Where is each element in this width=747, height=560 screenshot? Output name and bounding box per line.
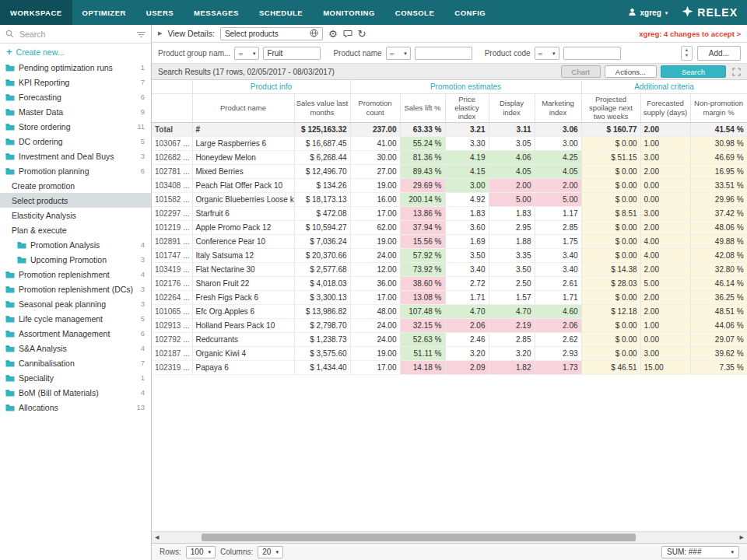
sidebar-item-create-promotion[interactable]: Create promotion <box>0 178 151 193</box>
sidebar-item-select-products[interactable]: Select products <box>0 193 151 208</box>
sidebar-item-bom-bill-of-materials[interactable]: BoM (Bill of Materials)4 <box>0 385 151 400</box>
sidebar-item-life-cycle-management[interactable]: Life cycle management5 <box>0 311 151 326</box>
column-header-lift[interactable]: Sales lift % <box>400 93 445 122</box>
collapse-arrow-icon[interactable]: ▶ <box>158 30 162 37</box>
scrollbar-thumb[interactable] <box>202 534 636 541</box>
filter-value-input[interactable] <box>415 47 472 60</box>
sidebar-item-forecasting[interactable]: Forecasting6 <box>0 89 151 104</box>
sidebar-item-master-data[interactable]: Master Data9 <box>0 104 151 119</box>
cell-lift: 14.18 % <box>400 360 445 374</box>
settings-gear-icon[interactable]: ⚙ <box>328 29 338 39</box>
create-new-link[interactable]: + Create new... <box>0 44 151 60</box>
nav-item-console[interactable]: CONSOLE <box>385 0 444 25</box>
table-row[interactable]: 102891 ...Conference Pear 10$ 7,036.2419… <box>152 234 747 248</box>
sum-select[interactable]: SUM: ### ▾ <box>661 546 739 558</box>
table-row[interactable]: 101065 ...Efc Org.Apples 6$ 13,986.8248.… <box>152 304 747 318</box>
sidebar-item-assortment-management[interactable]: Assortment Management6 <box>0 326 151 341</box>
table-row[interactable]: 102319 ...Papaya 6$ 1,434.4017.0014.18 %… <box>152 360 747 374</box>
view-selector[interactable]: Select products <box>220 27 323 40</box>
cell-supply: 2.00 <box>640 164 690 178</box>
scroll-right-icon[interactable]: ▶ <box>740 534 744 541</box>
filter-operator-select[interactable]: =▾ <box>234 47 259 60</box>
cell-supply: 0.00 <box>640 178 690 192</box>
search-input[interactable] <box>18 29 133 40</box>
filter-operator-select[interactable]: =▾ <box>386 47 411 60</box>
table-row[interactable]: 103419 ...Flat Nectarine 30$ 2,577.6812.… <box>152 262 747 276</box>
sidebar-item-plan-execute[interactable]: Plan & execute <box>0 222 151 237</box>
table-row[interactable]: 102913 ...Holland Pears Pack 10$ 2,798.7… <box>152 318 747 332</box>
table-row[interactable]: 101219 ...Apple Promo Pack 12$ 10,594.27… <box>152 220 747 234</box>
column-header-name[interactable]: Product name <box>192 93 294 122</box>
cell-margin: 48.06 % <box>690 220 747 234</box>
sidebar-item-s-a-analysis[interactable]: S&A Analysis4 <box>0 341 151 355</box>
sidebar-item-store-ordering[interactable]: Store ordering11 <box>0 119 151 134</box>
sidebar-item-label: Elasticity Analysis <box>12 211 141 220</box>
column-header-marketing[interactable]: Marketing index <box>535 93 581 122</box>
sidebar-item-elasticity-analysis[interactable]: Elasticity Analysis <box>0 208 151 222</box>
rows-select[interactable]: 100 ▾ <box>186 546 216 558</box>
table-row[interactable]: 103067 ...Large Raspberries 6$ 16,687.45… <box>152 136 747 150</box>
nav-item-config[interactable]: CONFIG <box>444 0 496 25</box>
nav-item-workspace[interactable]: WORKSPACE <box>0 0 72 25</box>
table-row[interactable]: 102187 ...Organic Kiwi 4$ 3,575.6019.005… <box>152 346 747 360</box>
sidebar-item-allocations[interactable]: Allocations13 <box>0 400 151 415</box>
sidebar-item-promotion-replenishment-dcs[interactable]: Promotion replenishment (DCs)3 <box>0 282 151 296</box>
sidebar-item-kpi-reporting[interactable]: KPI Reporting7 <box>0 75 151 89</box>
table-row[interactable]: 103408 ...Peach Flat Offer Pack 10$ 134.… <box>152 178 747 192</box>
table-row[interactable]: 101582 ...Organic Blueberries Loose kg$ … <box>152 192 747 206</box>
sidebar-item-upcoming-promotion[interactable]: Upcoming Promotion3 <box>0 252 151 267</box>
columns-select[interactable]: 20 ▾ <box>258 546 283 558</box>
fullscreen-icon[interactable] <box>732 68 741 76</box>
table-row[interactable]: 102792 ...Redcurrants$ 1,238.7324.0052.6… <box>152 332 747 346</box>
table-row[interactable]: 102781 ...Mixed Berries$ 12,496.7027.008… <box>152 164 747 178</box>
actions-button[interactable]: Actions... <box>605 65 657 78</box>
column-header-margin[interactable]: Non-promotion margin % <box>690 93 747 122</box>
sidebar-item-dc-ordering[interactable]: DC ordering5 <box>0 134 151 149</box>
filter-value-input[interactable] <box>563 47 621 60</box>
sidebar-item-seasonal-peak-planning[interactable]: Seasonal peak planning3 <box>0 296 151 311</box>
filter-operator-select[interactable]: =▾ <box>535 47 559 60</box>
column-header-price[interactable]: Price elasticy index <box>445 93 489 122</box>
column-header-sales[interactable]: Sales value last months <box>294 93 350 122</box>
folder-icon <box>5 79 15 86</box>
cell-lift: 51.11 % <box>400 346 445 360</box>
table-row[interactable]: 102264 ...Fresh Figs Pack 6$ 3,300.1317.… <box>152 290 747 304</box>
column-header-count[interactable]: Promotion count <box>350 93 400 122</box>
sidebar-item-promotion-planning[interactable]: Promotion planning6 <box>0 163 151 178</box>
scroll-left-icon[interactable]: ◀ <box>155 534 159 541</box>
filter-spinner[interactable]: ▲▼ <box>681 46 693 61</box>
column-header-display[interactable]: Display index <box>489 93 535 122</box>
table-row[interactable]: 102176 ...Sharon Fruit 22$ 4,018.0336.00… <box>152 276 747 290</box>
table-row[interactable]: 102297 ...Starfruit 6$ 472.0817.0013.86 … <box>152 206 747 220</box>
sidebar-item-promotion-analysis[interactable]: Promotion Analysis4 <box>0 237 151 252</box>
column-header-code[interactable] <box>152 93 192 122</box>
search-button[interactable]: Search <box>661 65 726 78</box>
column-header-spoilage[interactable]: Projected spoilage next two weeks <box>581 93 640 122</box>
filter-value-input[interactable] <box>263 47 321 60</box>
sidebar-item-investment-and-deal-buys[interactable]: Investment and Deal Buys3 <box>0 149 151 163</box>
changes-to-accept-link[interactable]: xgreg: 4 changes to accept > <box>639 30 741 38</box>
nav-item-users[interactable]: USERS <box>136 0 184 25</box>
table-row[interactable]: 101747 ...Italy Satsuma 12$ 20,370.6624.… <box>152 248 747 262</box>
horizontal-scrollbar[interactable]: ◀ ▶ <box>152 531 747 543</box>
column-header-supply[interactable]: Forecasted supply (days) <box>640 93 690 122</box>
sidebar-item-promotion-replenishment[interactable]: Promotion replenishment4 <box>0 267 151 282</box>
total-row[interactable]: Total#$ 125,163.32237.0063.33 %3.213.113… <box>152 122 747 136</box>
sidebar-item-count: 9 <box>141 107 145 116</box>
sidebar-item-speciality[interactable]: Speciality1 <box>0 370 151 385</box>
sidebar-item-cannibalisation[interactable]: Cannibalisation7 <box>0 355 151 370</box>
table-row[interactable]: 102682 ...Honeydew Melon$ 6,268.4430.008… <box>152 150 747 164</box>
refresh-icon[interactable]: ↻ <box>358 29 366 39</box>
filter-icon[interactable] <box>137 27 146 41</box>
nav-item-messages[interactable]: MESSAGES <box>184 0 249 25</box>
sidebar-item-pending-optimization-runs[interactable]: Pending optimization runs1 <box>0 60 151 75</box>
nav-item-optimizer[interactable]: OPTIMIZER <box>72 0 136 25</box>
nav-item-schedule[interactable]: SCHEDULE <box>249 0 313 25</box>
cell-display: 4.05 <box>489 164 535 178</box>
content: + Create new... Pending optimization run… <box>0 25 747 560</box>
add-filter-button[interactable]: Add... <box>697 46 741 61</box>
comment-icon[interactable] <box>343 30 352 38</box>
nav-item-monitoring[interactable]: MONITORING <box>313 0 385 25</box>
user-menu[interactable]: xgreg ▾ <box>628 8 668 18</box>
chart-button[interactable]: Chart <box>561 65 601 78</box>
